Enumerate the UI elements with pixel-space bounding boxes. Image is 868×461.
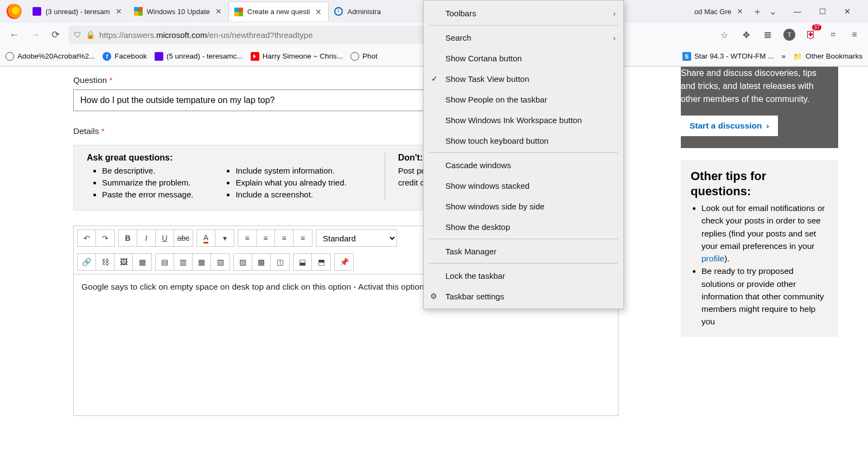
start-discussion-button[interactable]: Start a discussion ›	[681, 116, 778, 136]
tab-label: Create a new questi	[247, 8, 310, 16]
tab-label: (3 unread) - teresam	[46, 8, 110, 16]
chevron-right-icon: ›	[613, 33, 616, 42]
ctx-task-manager[interactable]: Task Manager	[424, 241, 623, 261]
tab-create-question[interactable]: Create a new questi ✕	[228, 2, 329, 21]
table-merge-button[interactable]: ▧	[211, 254, 229, 270]
maximize-button[interactable]: ☐	[815, 7, 830, 16]
table-cell-button[interactable]: ▦	[193, 254, 211, 270]
ublock-badge: 37	[812, 24, 821, 30]
italic-button[interactable]: I	[137, 230, 156, 246]
text-color-dropdown-icon[interactable]: ▾	[215, 230, 234, 246]
tab-mail[interactable]: (3 unread) - teresam ✕	[27, 2, 129, 21]
toolbar-right-icons: ☆ ✥ 𝌆 T ⛨37 ⌗ ≡	[717, 28, 861, 42]
tab-administra[interactable]: Administra	[329, 2, 386, 21]
youtube-icon	[251, 52, 259, 61]
image-button[interactable]: 🖼	[114, 254, 133, 270]
account-avatar[interactable]: T	[782, 28, 796, 42]
hint-item: Include a screenshot.	[235, 189, 346, 201]
ctx-show-taskview[interactable]: ✓Show Task View button	[424, 68, 623, 89]
tip-item: Be ready to try proposed solutions or pr…	[701, 265, 828, 328]
unlink-button[interactable]: ⛓	[96, 254, 114, 270]
align-left-button[interactable]: ≡	[238, 230, 257, 246]
ctx-show-people[interactable]: Show People on the taskbar	[424, 89, 623, 110]
reload-button[interactable]: ⟳	[48, 27, 63, 42]
ctx-show-ink[interactable]: Show Windows Ink Workspace button	[424, 110, 623, 130]
shield-icon: 🛡	[74, 30, 81, 39]
ctx-stacked[interactable]: Show windows stacked	[424, 175, 623, 196]
ctx-toolbars[interactable]: Toolbars›	[424, 3, 623, 23]
table-col-button[interactable]: ▥	[174, 254, 193, 270]
window-controls: — ☐ ✕	[780, 7, 865, 16]
bookmarks-overflow-icon[interactable]: »	[781, 52, 786, 60]
mail-icon	[33, 7, 41, 16]
menu-separator	[429, 152, 618, 153]
other-bookmarks-folder[interactable]: 📁 Other Bookmarks	[793, 52, 863, 61]
close-icon[interactable]: ✕	[736, 7, 744, 16]
app-menu-icon[interactable]: ≡	[847, 28, 861, 42]
table-split-button[interactable]: ▨	[234, 254, 252, 270]
paragraph-style-select[interactable]: Standard	[316, 229, 397, 247]
tips-card: Other tips for questions: Look out for e…	[681, 160, 838, 337]
bookmark-star943[interactable]: SStar 94.3 - WTON-FM ...	[682, 52, 774, 61]
ctx-search[interactable]: Search›	[424, 27, 623, 48]
table-delete-button[interactable]: ▩	[252, 254, 271, 270]
extension-icon[interactable]: ⌗	[826, 28, 840, 42]
bookmark-star-icon[interactable]: ☆	[717, 28, 731, 42]
pocket-icon[interactable]: ✥	[739, 28, 753, 42]
chevron-right-icon: ›	[613, 9, 616, 18]
info-icon	[334, 7, 343, 16]
ctx-cascade[interactable]: Cascade windows	[424, 155, 623, 175]
close-icon[interactable]: ✕	[114, 7, 123, 16]
tabs-dropdown-icon[interactable]: ⌄	[765, 4, 780, 19]
new-tab-button[interactable]: ＋	[750, 4, 765, 19]
ctx-show-touch[interactable]: Show touch keyboard button	[424, 130, 623, 151]
facebook-icon: f	[103, 52, 111, 61]
table-row-button[interactable]: ▤	[156, 254, 174, 270]
ctx-lock-taskbar[interactable]: Lock the taskbar	[424, 265, 623, 286]
underline-button[interactable]: U	[156, 230, 174, 246]
bookmark-mail[interactable]: (5 unread) - teresamc...	[155, 52, 243, 61]
url-text: https://answers.microsoft.com/en-us/newt…	[99, 30, 313, 40]
link-button[interactable]: 🔗	[78, 254, 96, 270]
undo-button[interactable]: ↶	[78, 230, 96, 246]
col-after-button[interactable]: ⬒	[312, 254, 330, 270]
tab-macgre[interactable]: od Mac Gre ✕	[689, 2, 750, 21]
tab-winupdate[interactable]: Windows 10 Update ✕	[129, 2, 228, 21]
profile-link[interactable]: profile	[701, 254, 724, 263]
bookmark-youtube[interactable]: Harry Simeone ~ Chris...	[251, 52, 343, 61]
forward-button: →	[27, 27, 42, 42]
tab-label: od Mac Gre	[694, 8, 731, 16]
promo-card: Share and discuss discoveries, tips and …	[681, 67, 838, 148]
bookmark-adobe[interactable]: Adobe%20Acrobat%2...	[5, 52, 95, 61]
close-icon[interactable]: ✕	[214, 7, 223, 16]
star943-icon: S	[682, 52, 691, 61]
bold-button[interactable]: B	[119, 230, 137, 246]
promo-text: Share and discuss discoveries, tips and …	[681, 67, 838, 116]
library-icon[interactable]: 𝌆	[761, 28, 775, 42]
ctx-taskbar-settings[interactable]: ⚙Taskbar settings	[424, 286, 623, 306]
tip-item: Look out for email notifications or chec…	[701, 202, 828, 265]
back-button[interactable]: ←	[7, 27, 22, 42]
align-right-button[interactable]: ≡	[275, 230, 293, 246]
hint-item: Summarize the problem.	[102, 177, 193, 189]
align-justify-button[interactable]: ≡	[293, 230, 312, 246]
bookmark-facebook[interactable]: fFacebook	[103, 52, 146, 61]
ctx-show-cortana[interactable]: Show Cortana button	[424, 48, 623, 68]
align-center-button[interactable]: ≡	[257, 230, 275, 246]
close-window-button[interactable]: ✕	[840, 7, 855, 16]
pin-button[interactable]: 📌	[335, 254, 353, 270]
text-color-button[interactable]: A	[197, 230, 215, 246]
table-props-button[interactable]: ◫	[271, 254, 289, 270]
ublock-icon[interactable]: ⛨37	[804, 28, 818, 42]
table-button[interactable]: ▦	[133, 254, 151, 270]
menu-separator	[429, 263, 618, 264]
ctx-desktop[interactable]: Show the desktop	[424, 216, 623, 237]
minimize-button[interactable]: —	[790, 7, 805, 16]
bookmark-phot[interactable]: Phot	[350, 52, 378, 61]
col-before-button[interactable]: ⬓	[293, 254, 312, 270]
ctx-sidebyside[interactable]: Show windows side by side	[424, 196, 623, 216]
close-icon[interactable]: ✕	[314, 8, 323, 16]
redo-button[interactable]: ↷	[96, 230, 114, 246]
strikethrough-button[interactable]: abc	[174, 230, 193, 246]
ask-title: Ask great questions:	[87, 153, 193, 163]
